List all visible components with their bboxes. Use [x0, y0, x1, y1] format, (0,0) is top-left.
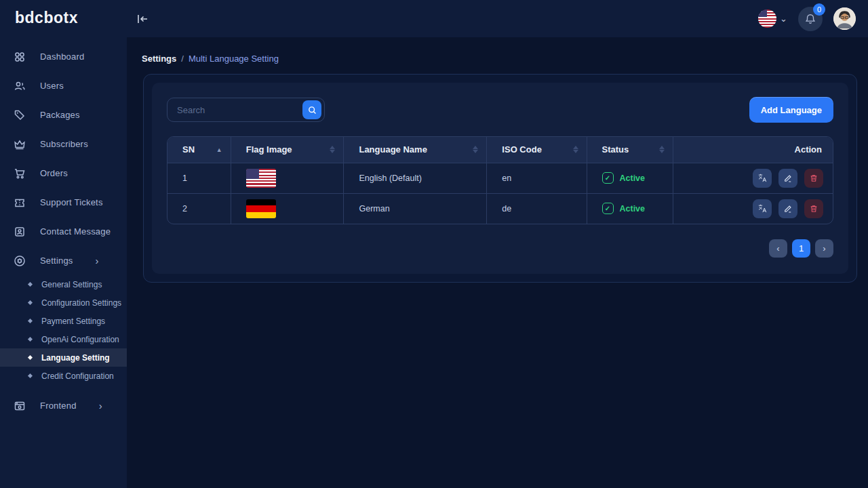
cart-icon — [14, 167, 26, 180]
notifications-button[interactable]: 0 — [798, 7, 823, 31]
topbar: ⌄ 0 — [127, 0, 868, 37]
search-input[interactable] — [177, 105, 302, 115]
sidebar-item-label: Packages — [40, 110, 80, 120]
page-1-button[interactable]: 1 — [792, 239, 810, 258]
notification-count-badge: 0 — [813, 3, 825, 16]
column-header-label: SN — [182, 144, 195, 155]
sidebar-item-label: Settings — [40, 256, 73, 266]
sidebar-item-packages[interactable]: Packages — [0, 100, 127, 129]
chevron-right-icon: › — [96, 256, 99, 266]
diamond-bullet-icon — [28, 319, 33, 323]
language-selector[interactable]: ⌄ — [758, 9, 787, 28]
language-table-card: Add Language SN ▲ Flag Image — [152, 83, 848, 274]
breadcrumb-parent[interactable]: Settings — [142, 54, 176, 64]
tag-icon — [14, 109, 26, 121]
submenu-item-payment-settings[interactable]: Payment Settings — [0, 312, 127, 330]
sidebar-item-users[interactable]: Users — [0, 71, 127, 100]
edit-button[interactable] — [778, 199, 797, 218]
check-icon: ✓ — [602, 203, 614, 214]
submenu-item-language-setting[interactable]: Language Setting — [0, 348, 127, 367]
germany-flag-image — [246, 199, 276, 218]
chevron-left-icon: ‹ — [776, 243, 779, 253]
add-language-button[interactable]: Add Language — [749, 97, 833, 123]
search-box — [167, 98, 325, 122]
diamond-bullet-icon — [28, 282, 33, 287]
sidebar-item-label: Users — [40, 81, 64, 91]
table-header-row: SN ▲ Flag Image Language Name ISO Code — [167, 137, 833, 163]
submenu-item-openai-configuration[interactable]: OpenAi Configuration — [0, 330, 127, 348]
column-header-status[interactable]: Status — [587, 137, 673, 163]
status-label: Active — [620, 204, 646, 214]
cell-sn: 1 — [167, 163, 231, 193]
crown-icon — [14, 138, 26, 150]
column-header-language-name[interactable]: Language Name — [344, 137, 487, 163]
diamond-bullet-icon — [28, 355, 33, 360]
cell-action — [673, 163, 833, 193]
table-row: 2 German de ✓ Active — [167, 193, 833, 224]
edit-button[interactable] — [778, 169, 797, 188]
translate-button[interactable] — [753, 199, 772, 218]
language-table: SN ▲ Flag Image Language Name ISO Code — [167, 136, 833, 224]
cell-action — [673, 193, 833, 224]
ticket-icon — [14, 197, 26, 209]
sidebar-item-subscribers[interactable]: Subscribers — [0, 129, 127, 159]
chevron-down-icon: ⌄ — [780, 16, 787, 22]
cell-sn: 2 — [167, 193, 231, 224]
breadcrumb: Settings / Multi Language Setting — [142, 54, 868, 64]
sort-icon — [659, 146, 665, 153]
main-content: Settings / Multi Language Setting Add La… — [127, 37, 868, 488]
column-header-label: Language Name — [359, 144, 427, 155]
sort-icon — [573, 146, 578, 153]
sidebar-item-support-tickets[interactable]: Support Tickets — [0, 188, 127, 217]
column-header-flag-image[interactable]: Flag Image — [231, 137, 344, 163]
column-header-label: ISO Code — [502, 144, 542, 155]
sidebar: bdcbotx Dashboard Users Packa — [0, 0, 127, 488]
column-header-label: Status — [602, 144, 629, 155]
submenu-item-label: Credit Configuration — [41, 371, 114, 381]
column-header-action: Action — [673, 137, 833, 163]
search-button[interactable] — [302, 100, 321, 119]
translate-button[interactable] — [753, 169, 772, 188]
delete-button[interactable] — [804, 169, 823, 188]
submenu-item-label: Language Setting — [41, 353, 110, 363]
cell-language: German — [344, 193, 487, 224]
chevron-right-icon: › — [823, 243, 825, 253]
pagination: ‹ 1 › — [167, 239, 833, 258]
sidebar-collapse-button[interactable] — [134, 10, 151, 28]
row-actions — [688, 199, 833, 218]
submenu-item-general-settings[interactable]: General Settings — [0, 275, 127, 293]
sidebar-item-label: Orders — [40, 168, 68, 178]
us-flag-icon — [758, 9, 776, 28]
submenu-item-configuration-settings[interactable]: Configuration Settings — [0, 293, 127, 312]
cell-flag — [231, 163, 344, 193]
diamond-bullet-icon — [28, 337, 33, 342]
chevron-right-icon: › — [99, 401, 102, 411]
card-toolbar: Add Language — [167, 97, 833, 123]
user-avatar[interactable] — [833, 7, 856, 30]
cell-status: ✓ Active — [587, 193, 673, 224]
dashboard-icon — [14, 51, 26, 63]
row-actions — [688, 169, 833, 188]
submenu-item-label: OpenAi Configuration — [41, 335, 119, 344]
sidebar-item-label: Frontend — [40, 401, 77, 411]
breadcrumb-current: Multi Language Setting — [189, 54, 279, 64]
status-badge: ✓ Active — [602, 203, 673, 214]
us-flag-image — [246, 169, 276, 188]
sidebar-item-orders[interactable]: Orders — [0, 159, 127, 188]
sidebar-item-label: Dashboard — [40, 52, 84, 62]
content-container: Add Language SN ▲ Flag Image — [143, 74, 857, 283]
next-page-button[interactable]: › — [815, 239, 833, 258]
previous-page-button[interactable]: ‹ — [769, 239, 787, 258]
sidebar-item-frontend[interactable]: Frontend › — [0, 391, 127, 420]
column-header-sn[interactable]: SN ▲ — [167, 137, 231, 163]
bell-icon — [804, 13, 816, 25]
sidebar-item-dashboard[interactable]: Dashboard — [0, 42, 127, 71]
column-header-iso-code[interactable]: ISO Code — [487, 137, 587, 163]
sidebar-item-label: Contact Message — [40, 226, 111, 237]
sidebar-item-contact-message[interactable]: Contact Message — [0, 217, 127, 246]
contact-card-icon — [14, 226, 26, 238]
delete-button[interactable] — [804, 199, 823, 218]
sidebar-item-settings[interactable]: Settings › — [0, 246, 127, 275]
cell-iso: de — [487, 193, 587, 224]
submenu-item-credit-configuration[interactable]: Credit Configuration — [0, 367, 127, 385]
